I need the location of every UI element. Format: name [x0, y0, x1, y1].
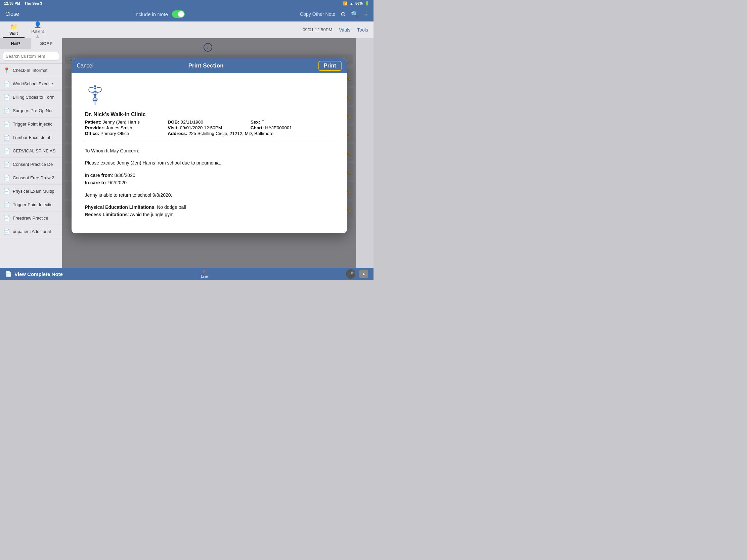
scroll-up-button[interactable]: ▲	[359, 270, 368, 278]
doc-icon-6: 📄	[3, 161, 10, 167]
subtab-hp[interactable]: H&P	[0, 38, 31, 49]
sidebar-item-label: Check-In Informati	[13, 68, 48, 73]
note-doc-icon: 📄	[5, 271, 12, 277]
close-button[interactable]: Close	[5, 11, 19, 17]
sidebar-item-freedraw[interactable]: 📄 Freedraw Practice	[0, 212, 62, 225]
subtab-soap[interactable]: SOAP	[31, 38, 62, 49]
patient-label-cell: Patient: Jenny (Jen) Harris	[85, 119, 168, 125]
clinic-name: Dr. Nick's Walk-In Clinic	[85, 111, 334, 117]
office-cell: Office: Primary Office	[85, 131, 168, 136]
letter-body1: Please excuse Jenny (Jen) Harris from sc…	[85, 159, 334, 166]
letter-limitations: Physical Education Limitations: No dodge…	[85, 204, 334, 218]
print-button[interactable]: Print	[318, 61, 341, 71]
letter-care-dates: In care from: 8/30/2020 In care to: 9/2/…	[85, 171, 334, 187]
tab-visit[interactable]: 📁 Visit	[3, 22, 25, 38]
microphone-button[interactable]: 🎤	[346, 269, 355, 279]
sidebar-item-checkin[interactable]: 📍 Check-In Informati	[0, 64, 62, 77]
doc-icon-2: 📄	[3, 107, 10, 114]
sidebar-item-label: Consent Free Draw 2	[13, 175, 54, 180]
view-complete-note-button[interactable]: View Complete Note	[15, 271, 63, 277]
letter-return: Jenny is able to return to school 9/8/20…	[85, 191, 334, 199]
sidebar-item-label: Trigger Point Injectic	[13, 122, 52, 127]
line-label: Line	[201, 274, 208, 278]
add-icon[interactable]: +	[364, 10, 368, 19]
sidebar-item-onpatient[interactable]: 📄 onpatient Additional	[0, 225, 62, 238]
sidebar-item-billing[interactable]: 📄 Billing Codes to Form	[0, 91, 62, 104]
sidebar-item-workschool[interactable]: 📄 Work/School Excuse	[0, 77, 62, 91]
tools-link[interactable]: Tools	[357, 27, 368, 32]
doc-icon-7: 📄	[3, 175, 10, 181]
sidebar-item-cervical[interactable]: 📄 CERVICAL SPINE AS	[0, 144, 62, 158]
sidebar-item-trigger1[interactable]: 📄 Trigger Point Injectic	[0, 117, 62, 131]
search-input[interactable]	[3, 52, 59, 61]
copy-note-label: Copy Other Note	[300, 11, 335, 17]
dob-cell: DOB: 02/11/1980	[168, 119, 251, 125]
sidebar-item-label: Physical Exam Multip	[13, 189, 54, 194]
sidebar-subtabs: H&P SOAP	[0, 38, 62, 49]
sidebar-item-consent1[interactable]: 📄 Consent Practice De	[0, 158, 62, 171]
visit-icon: 📁	[10, 23, 18, 31]
patient-info-grid: Patient: Jenny (Jen) Harris DOB: 02/11/1…	[85, 119, 334, 136]
svg-point-1	[94, 85, 96, 88]
sidebar-item-label: onpatient Additional	[13, 229, 51, 234]
caduceus-icon	[85, 83, 105, 107]
signal-icon: ▲	[350, 1, 353, 5]
print-section-modal: Cancel Print Section Print	[72, 58, 347, 233]
letter-greeting: To Whom It May Concern:	[85, 147, 334, 155]
sidebar-item-label: Consent Practice De	[13, 162, 53, 167]
location-icon: 📍	[3, 67, 10, 74]
tab-bar-right: 09/01 12:50PM Vitals Tools	[303, 22, 374, 38]
include-note-toggle[interactable]	[172, 10, 185, 18]
bottom-bar: 📄 View Complete Note 0 Line 🎤 ▲	[0, 268, 374, 280]
sidebar-item-label: Work/School Excuse	[13, 81, 53, 86]
doc-icon-0: 📄	[3, 81, 10, 87]
clock: 12:38 PM	[4, 1, 20, 5]
doc-icon-10: 📄	[3, 215, 10, 221]
bottom-bar-left: 📄 View Complete Note	[5, 271, 63, 277]
sidebar-item-physical[interactable]: 📄 Physical Exam Multip	[0, 185, 62, 198]
sidebar-item-label: CERVICAL SPINE AS	[13, 149, 55, 154]
sidebar-item-label: Billing Codes to Form	[13, 95, 54, 100]
sex-cell: Sex: F	[251, 119, 334, 125]
sidebar-item-surgery[interactable]: 📄 Surgery: Pre-Op Not	[0, 104, 62, 117]
doc-icon-11: 📄	[3, 228, 10, 235]
wifi-icon: 📶	[343, 1, 347, 6]
battery-indicator: 56%	[355, 1, 363, 5]
sidebar-item-consent2[interactable]: 📄 Consent Free Draw 2	[0, 171, 62, 185]
line-count: 0	[203, 270, 206, 274]
sidebar-item-trigger2[interactable]: 📄 Trigger Point Injectic	[0, 198, 62, 212]
sidebar-item-label: Trigger Point Injectic	[13, 202, 52, 207]
sidebar: H&P SOAP 📍 Check-In Informati 📄 Work/Sch…	[0, 38, 62, 268]
sidebar-item-lumbar[interactable]: 📄 Lumbar Facet Joint I	[0, 131, 62, 144]
divider	[85, 140, 334, 140]
patient-alert-icon: ⚠	[36, 34, 39, 38]
battery-icon: 🔋	[365, 1, 369, 6]
sidebar-search-container	[0, 49, 62, 64]
cancel-button[interactable]: Cancel	[77, 63, 94, 69]
search-icon[interactable]: 🔍	[351, 10, 358, 18]
doc-icon-9: 📄	[3, 202, 10, 208]
vitals-link[interactable]: Vitals	[339, 27, 350, 32]
tab-bar: 📁 Visit 👤 Patient ⚠ 09/01 12:50PM Vitals…	[0, 22, 374, 38]
sidebar-item-label: Freedraw Practice	[13, 216, 48, 220]
doc-icon-4: 📄	[3, 134, 10, 141]
more-icon[interactable]: ⊙	[341, 10, 345, 18]
svg-point-3	[95, 100, 97, 102]
patient-icon: 👤	[34, 21, 41, 29]
visit-timestamp: 09/01 12:50PM	[303, 27, 332, 32]
tab-patient[interactable]: 👤 Patient ⚠	[25, 22, 50, 38]
tab-patient-label: Patient	[31, 29, 44, 34]
modal-body: Dr. Nick's Walk-In Clinic Patient: Jenny…	[72, 73, 347, 233]
sidebar-item-label: Surgery: Pre-Op Not	[13, 108, 53, 113]
doc-icon-8: 📄	[3, 188, 10, 194]
right-panel	[356, 38, 374, 268]
status-time: 12:38 PM Thu Sep 3	[4, 1, 42, 5]
doc-icon-3: 📄	[3, 121, 10, 127]
content-area: H&P SOAP 📍 Check-In Informati 📄 Work/Sch…	[0, 38, 374, 268]
status-bar: 12:38 PM Thu Sep 3 📶 ▲ 56% 🔋	[0, 0, 374, 7]
modal-title: Print Section	[188, 62, 224, 69]
status-icons: 📶 ▲ 56% 🔋	[343, 1, 369, 6]
letter-body: To Whom It May Concern: Please excuse Je…	[85, 147, 334, 218]
main-content: i 🔍 ✏️ ✏️ ✏️ ✏️ ✏️ ✏️	[62, 38, 356, 268]
address-cell: Address: 225 Schilling Circle, 21212, MD…	[168, 131, 333, 136]
